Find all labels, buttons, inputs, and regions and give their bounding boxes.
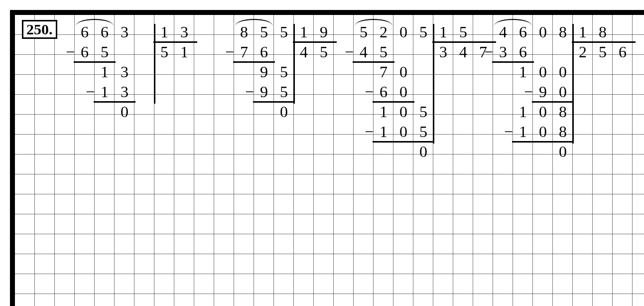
divisor-digit: 5 (453, 22, 473, 42)
arc-icon (235, 19, 273, 26)
minus-sign: − (225, 42, 234, 62)
divisor-digit: 3 (174, 22, 194, 42)
minus-sign: − (365, 82, 374, 102)
subtrahend-digit: 8 (553, 122, 573, 142)
subtrahend-digit: 5 (413, 122, 433, 142)
subtrahend-digit: 7 (234, 42, 254, 62)
subtrahend-digit: 5 (274, 82, 294, 102)
remainder-digit: 1 (95, 62, 115, 82)
subtrahend-digit: 4 (354, 42, 374, 62)
quotient-digit: 6 (613, 42, 633, 62)
subtrahend-digit: 0 (393, 122, 413, 142)
divisor-underline (293, 41, 337, 43)
quotient-digit: 4 (453, 42, 473, 62)
quotient-digit: 5 (314, 42, 334, 62)
divisor-underline (153, 41, 197, 43)
arc-icon (76, 19, 114, 26)
divisor-digit: 1 (433, 22, 453, 42)
remainder-digit: 1 (513, 102, 533, 122)
subtrahend-digit: 1 (513, 122, 533, 142)
minus-sign: − (524, 82, 533, 102)
subtrahend-digit: 0 (393, 82, 413, 102)
divisor-digit: 1 (294, 22, 314, 42)
dividend-digit: 5 (274, 22, 294, 42)
subtrahend-digit: 6 (374, 82, 393, 102)
minus-sign: − (66, 42, 75, 62)
remainder-digit: 0 (553, 62, 573, 82)
subtrahend-digit: 3 (493, 42, 513, 62)
quotient-digit: 1 (174, 42, 194, 62)
quotient-digit: 5 (154, 42, 174, 62)
minus-sign: − (345, 42, 354, 62)
quotient-digit: 2 (573, 42, 593, 62)
divisor-digit: 1 (573, 22, 593, 42)
quotient-digit: 3 (433, 42, 453, 62)
remainder-digit: 9 (254, 62, 274, 82)
remainder-digit: 1 (374, 102, 393, 122)
remainder-digit: 0 (393, 62, 413, 82)
subtrahend-digit: 0 (553, 82, 573, 102)
remainder-digit: 0 (533, 62, 553, 82)
minus-sign: − (504, 122, 513, 142)
remainder-digit: 0 (393, 102, 413, 122)
subtrahend-digit: 5 (374, 42, 393, 62)
remainder-digit: 0 (274, 102, 294, 122)
minus-sign: − (245, 82, 254, 102)
divisor-digit: 9 (314, 22, 334, 42)
subtrahend-digit: 9 (533, 82, 553, 102)
quotient-digit: 4 (294, 42, 314, 62)
divisor-digit: 1 (154, 22, 174, 42)
remainder-digit: 8 (553, 102, 573, 122)
remainder-digit: 0 (413, 142, 433, 161)
subtrahend-digit: 0 (533, 122, 553, 142)
remainder-digit: 0 (533, 102, 553, 122)
division-vline (572, 24, 574, 144)
subtrahend-digit: 5 (95, 42, 115, 62)
arc-icon (494, 19, 532, 26)
dividend-digit: 3 (115, 22, 134, 42)
subtrahend-digit: 6 (254, 42, 274, 62)
arc-icon (355, 19, 392, 26)
minus-sign: − (365, 122, 374, 142)
subtrahend-digit: 9 (254, 82, 274, 102)
subtrahend-digit: 1 (95, 82, 115, 102)
division-vline (433, 24, 434, 144)
subtrahend-digit: 6 (513, 42, 533, 62)
remainder-digit: 3 (115, 62, 134, 82)
dividend-digit: 8 (553, 22, 573, 42)
remainder-digit: 5 (413, 102, 433, 122)
remainder-digit: 1 (513, 62, 533, 82)
dividend-digit: 5 (413, 22, 433, 42)
division-vline (154, 24, 155, 104)
problem-number-label: 250. (22, 20, 57, 39)
subtrahend-digit: 6 (75, 42, 95, 62)
remainder-digit: 0 (115, 102, 134, 122)
dividend-digit: 0 (393, 22, 413, 42)
remainder-digit: 5 (274, 62, 294, 82)
subtrahend-digit: 3 (115, 82, 134, 102)
division-vline (293, 24, 295, 104)
remainder-digit: 7 (374, 62, 393, 82)
minus-sign: − (484, 42, 493, 62)
divisor-digit: 8 (593, 22, 613, 42)
worksheet-page: 250. 663135165−1313−0855194576−9595−0520… (10, 10, 644, 306)
dividend-digit: 0 (533, 22, 553, 42)
divisor-underline (572, 41, 636, 43)
subtrahend-digit: 1 (374, 122, 393, 142)
quotient-digit: 5 (593, 42, 613, 62)
remainder-digit: 0 (553, 142, 573, 161)
minus-sign: − (86, 82, 95, 102)
